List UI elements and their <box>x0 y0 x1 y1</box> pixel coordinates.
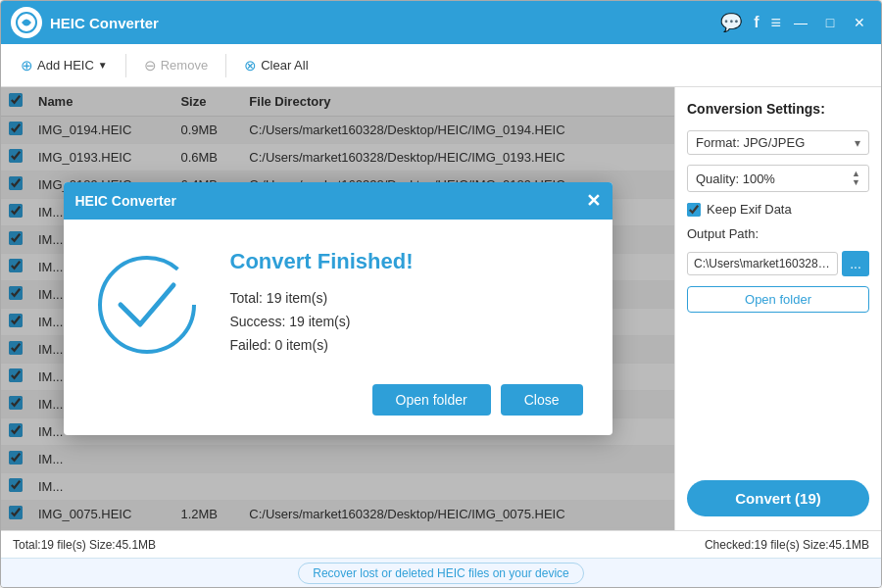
output-path-box: C:\Users\market160328\Docu <box>687 252 838 275</box>
quality-selector[interactable]: Quality: 100% ▲ ▼ <box>687 165 869 192</box>
modal-success: Success: 19 item(s) <box>230 314 583 329</box>
exif-label: Keep Exif Data <box>707 202 792 217</box>
window-controls: — □ ✕ <box>789 11 871 34</box>
close-button[interactable]: ✕ <box>848 11 871 34</box>
status-bar: Total:19 file(s) Size:45.1MB Checked:19 … <box>1 530 881 558</box>
modal-footer: Open folder Close <box>64 384 612 435</box>
add-icon: ⊕ <box>21 57 33 74</box>
app-logo <box>11 7 42 38</box>
file-list-area: Name Size File Directory IMG_0194.HEIC 0… <box>1 87 675 530</box>
recovery-bar: Recover lost or deleted HEIC files on yo… <box>1 558 881 587</box>
modal-heading: Convert Finished! <box>230 249 583 274</box>
exif-checkbox[interactable] <box>687 203 701 217</box>
minimize-button[interactable]: — <box>789 11 812 34</box>
modal-close-icon[interactable]: ✕ <box>586 192 601 210</box>
quality-label: Quality: 100% <box>696 172 775 186</box>
main-content: Name Size File Directory IMG_0194.HEIC 0… <box>1 87 881 530</box>
app-title: HEIC Converter <box>50 15 720 31</box>
settings-title: Conversion Settings: <box>687 101 869 117</box>
modal-close-button[interactable]: Close <box>501 384 583 416</box>
facebook-icon[interactable]: f <box>754 14 759 31</box>
remove-button[interactable]: ⊖ Remove <box>134 52 218 79</box>
remove-icon: ⊖ <box>144 57 157 74</box>
modal-title: HEIC Converter <box>75 193 176 209</box>
format-dropdown-icon: ▾ <box>855 136 860 150</box>
modal-title-bar: HEIC Converter ✕ <box>64 182 612 220</box>
output-label: Output Path: <box>687 226 869 241</box>
convert-finished-modal: HEIC Converter ✕ Convert Finished! Total… <box>64 182 612 435</box>
clear-all-button[interactable]: ⊗ Clear All <box>234 52 318 79</box>
open-folder-right-button[interactable]: Open folder <box>687 286 869 313</box>
toolbar: ⊕ Add HEIC ▼ ⊖ Remove ⊗ Clear All <box>1 44 881 87</box>
modal-failed: Failed: 0 item(s) <box>230 337 583 353</box>
add-heic-button[interactable]: ⊕ Add HEIC ▼ <box>11 52 118 79</box>
format-selector[interactable]: Format: JPG/JPEG ▾ <box>687 130 869 155</box>
status-right: Checked:19 file(s) Size:45.1MB <box>705 538 869 552</box>
quality-down-arrow[interactable]: ▼ <box>852 178 860 187</box>
menu-icon[interactable]: ≡ <box>770 13 781 33</box>
quality-arrows[interactable]: ▲ ▼ <box>852 170 860 187</box>
modal-body: Convert Finished! Total: 19 item(s) Succ… <box>64 220 612 384</box>
modal-total: Total: 19 item(s) <box>230 290 583 306</box>
title-bar-actions: 💬 f ≡ <box>720 12 781 33</box>
success-icon <box>93 251 201 359</box>
svg-point-1 <box>100 258 194 352</box>
convert-button[interactable]: Convert (19) <box>687 480 869 516</box>
chat-icon[interactable]: 💬 <box>720 12 742 33</box>
app-window: HEIC Converter 💬 f ≡ — □ ✕ ⊕ Add HEIC ▼ … <box>0 0 882 588</box>
output-path-browse-button[interactable]: ... <box>842 251 869 276</box>
format-label: Format: JPG/JPEG <box>696 135 805 150</box>
status-left: Total:19 file(s) Size:45.1MB <box>13 538 156 552</box>
logo-icon <box>16 12 37 33</box>
toolbar-separator-1 <box>125 54 126 77</box>
exif-row: Keep Exif Data <box>687 202 869 217</box>
modal-overlay: HEIC Converter ✕ Convert Finished! Total… <box>1 87 674 530</box>
title-bar: HEIC Converter 💬 f ≡ — □ ✕ <box>1 1 881 44</box>
clear-icon: ⊗ <box>244 57 257 74</box>
right-panel: Conversion Settings: Format: JPG/JPEG ▾ … <box>675 87 881 530</box>
modal-info: Convert Finished! Total: 19 item(s) Succ… <box>230 249 583 361</box>
output-path-row: C:\Users\market160328\Docu ... <box>687 251 869 276</box>
modal-open-folder-button[interactable]: Open folder <box>372 384 491 416</box>
dropdown-arrow-icon: ▼ <box>98 60 108 71</box>
maximize-button[interactable]: □ <box>818 11 842 34</box>
toolbar-separator-2 <box>225 54 226 77</box>
recovery-link[interactable]: Recover lost or deleted HEIC files on yo… <box>298 563 583 584</box>
